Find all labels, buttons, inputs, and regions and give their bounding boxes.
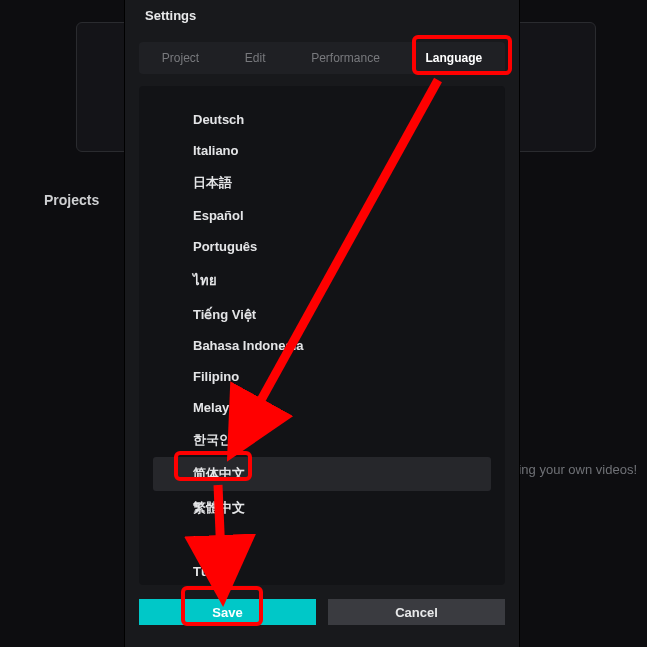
lang-option-espanol[interactable]: Español bbox=[139, 200, 505, 231]
lang-option-vietnamese[interactable]: Tiếng Việt bbox=[139, 299, 505, 330]
settings-footer: Save Cancel bbox=[139, 599, 505, 625]
lang-option-turkish[interactable]: Türkçe bbox=[139, 556, 505, 585]
lang-option-italiano[interactable]: Italiano bbox=[139, 135, 505, 166]
lang-option-deutsch[interactable]: Deutsch bbox=[139, 104, 505, 135]
background-hint-text: ing your own videos! bbox=[518, 462, 637, 477]
settings-title: Settings bbox=[145, 8, 196, 23]
settings-modal: Settings Project Edit Performance Langua… bbox=[125, 0, 519, 647]
lang-option-filipino[interactable]: Filipino bbox=[139, 361, 505, 392]
lang-option-melayu[interactable]: Melayu bbox=[139, 392, 505, 423]
tab-edit[interactable]: Edit bbox=[235, 45, 276, 71]
lang-option-traditional-chinese[interactable]: 繁體中文 bbox=[139, 491, 505, 525]
lang-option-korean[interactable]: 한국인 bbox=[139, 423, 505, 457]
projects-heading: Projects bbox=[44, 192, 99, 208]
lang-option-bahasa[interactable]: Bahasa Indonesia bbox=[139, 330, 505, 361]
tab-project[interactable]: Project bbox=[152, 45, 209, 71]
lang-option-russian[interactable]: Русский bbox=[139, 525, 505, 556]
lang-option-japanese[interactable]: 日本語 bbox=[139, 166, 505, 200]
settings-tabs: Project Edit Performance Language bbox=[139, 42, 505, 74]
lang-option-simplified-chinese[interactable]: 简体中文 bbox=[153, 457, 491, 491]
save-button[interactable]: Save bbox=[139, 599, 316, 625]
lang-option-portugues[interactable]: Português bbox=[139, 231, 505, 262]
lang-option-thai[interactable]: ไทย bbox=[139, 262, 505, 299]
tab-performance[interactable]: Performance bbox=[301, 45, 390, 71]
cancel-button[interactable]: Cancel bbox=[328, 599, 505, 625]
language-list[interactable]: Deutsch Italiano 日本語 Español Português ไ… bbox=[139, 86, 505, 585]
tab-language[interactable]: Language bbox=[415, 45, 492, 71]
